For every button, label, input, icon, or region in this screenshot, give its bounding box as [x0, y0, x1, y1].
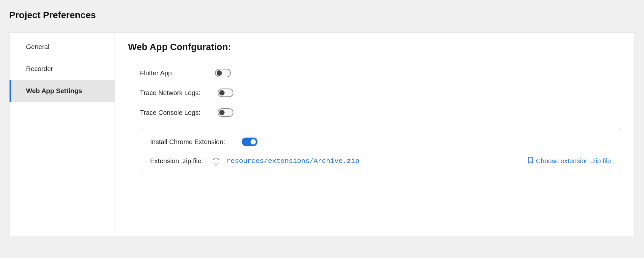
choose-extension-file-label: Choose extension .zip file	[536, 157, 611, 165]
setting-row-flutter-app: Flutter App:	[128, 69, 621, 77]
toggle-trace-network[interactable]	[218, 89, 233, 97]
extension-box: Install Chrome Extension: Extension .zip…	[140, 128, 621, 175]
setting-row-trace-console: Trace Console Logs:	[128, 108, 621, 117]
sidebar: General Recorder Web App Settings	[10, 33, 115, 236]
sidebar-item-recorder[interactable]: Recorder	[10, 58, 115, 80]
toggle-knob	[219, 110, 225, 115]
toggle-knob	[219, 90, 225, 95]
bookmark-icon	[527, 157, 533, 166]
sidebar-item-web-app-settings[interactable]: Web App Settings	[10, 80, 115, 102]
setting-label-flutter-app: Flutter App:	[140, 69, 206, 77]
section-title: Web App Confguration:	[128, 42, 621, 52]
sidebar-item-label: General	[26, 43, 49, 50]
setting-label-trace-network: Trace Network Logs:	[140, 89, 206, 97]
setting-label-install-extension: Install Chrome Extension:	[150, 138, 232, 146]
toggle-flutter-app[interactable]	[215, 69, 231, 77]
toggle-knob	[251, 139, 256, 144]
setting-label-extension-file: Extension .zip file:	[150, 157, 213, 165]
setting-row-trace-network: Trace Network Logs:	[128, 89, 621, 97]
toggle-knob	[217, 70, 222, 76]
sidebar-item-label: Web App Settings	[26, 87, 82, 94]
sidebar-item-general[interactable]: General	[10, 36, 115, 58]
toggle-install-extension[interactable]	[242, 138, 257, 146]
setting-row-install-extension: Install Chrome Extension:	[150, 138, 611, 146]
content-area: Web App Confguration: Flutter App: Trace…	[115, 33, 634, 236]
setting-row-extension-file: Extension .zip file: i resources/extensi…	[150, 157, 611, 166]
preferences-panel: General Recorder Web App Settings Web Ap…	[9, 32, 635, 236]
page-title: Project Preferences	[9, 10, 635, 20]
info-icon[interactable]: i	[213, 158, 219, 165]
sidebar-item-label: Recorder	[26, 65, 53, 72]
setting-label-trace-console: Trace Console Logs:	[140, 109, 206, 116]
extension-file-path: resources/extensions/Archive.zip	[227, 157, 514, 165]
choose-extension-file-button[interactable]: Choose extension .zip file	[527, 157, 611, 166]
toggle-trace-console[interactable]	[218, 108, 233, 117]
